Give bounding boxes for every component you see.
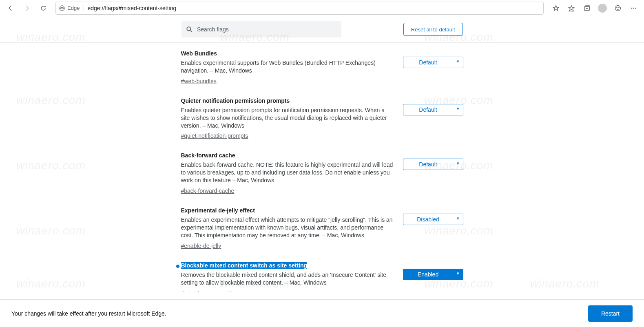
flag-description: Removes the blockable mixed content shie… <box>181 271 393 287</box>
search-icon <box>186 25 193 33</box>
flag-anchor-link[interactable]: #quiet-notification-prompts <box>181 133 248 139</box>
flag-text: Quieter notification permission promptsE… <box>181 97 393 139</box>
flag-item: Blockable mixed content switch as site s… <box>181 259 463 292</box>
search-flags-box[interactable] <box>181 21 341 38</box>
flag-anchor-link[interactable]: #web-bundles <box>181 78 217 84</box>
flags-list: Web BundlesEnables experimental supports… <box>0 43 644 292</box>
smiley-feedback-icon[interactable] <box>611 2 625 15</box>
flag-select[interactable]: Enabled <box>403 269 463 280</box>
flag-title: Web Bundles <box>181 50 217 57</box>
flag-select-wrap: Default <box>403 97 463 122</box>
svg-point-4 <box>617 7 617 7</box>
flag-title: Quieter notification permission prompts <box>181 97 290 104</box>
more-menu-icon[interactable] <box>626 2 641 15</box>
flag-select[interactable]: Default <box>403 159 463 170</box>
svg-point-6 <box>631 7 632 9</box>
flag-text: Web BundlesEnables experimental supports… <box>181 50 393 84</box>
flag-select-wrap: Default <box>403 50 463 75</box>
flag-item: Quieter notification permission promptsE… <box>181 94 463 149</box>
flag-text: Blockable mixed content switch as site s… <box>181 262 393 292</box>
flag-title: Experimental de-jelly effect <box>181 207 255 214</box>
flag-text: Experimental de-jelly effectEnables an e… <box>181 207 393 249</box>
flag-select-wrap: Disabled <box>403 207 463 232</box>
svg-point-8 <box>635 7 636 9</box>
flag-select[interactable]: Default <box>403 57 463 68</box>
address-bar[interactable]: Edge edge://flags/#mixed-content-setting <box>55 2 544 15</box>
flag-item: Experimental de-jelly effectEnables an e… <box>181 204 463 259</box>
svg-line-10 <box>190 31 192 32</box>
url-text: edge://flags/#mixed-content-setting <box>87 5 176 11</box>
site-identity-label: Edge <box>67 5 80 11</box>
svg-point-7 <box>633 7 634 9</box>
flag-item: Web BundlesEnables experimental supports… <box>181 47 463 94</box>
flag-select-wrap: Enabled <box>403 262 463 287</box>
site-identity: Edge <box>59 5 84 11</box>
flag-anchor-link[interactable]: #mixed-content-setting <box>181 290 239 292</box>
back-button[interactable] <box>3 2 18 15</box>
toolbar-right <box>549 2 641 15</box>
flag-title: Blockable mixed content switch as site s… <box>181 262 308 269</box>
svg-point-3 <box>615 5 621 11</box>
browser-toolbar: Edge edge://flags/#mixed-content-setting <box>0 0 644 16</box>
flag-text: Back-forward cacheEnables back-forward c… <box>181 152 393 194</box>
flag-anchor-link[interactable]: #enable-de-jelly <box>181 243 221 249</box>
flag-description: Enables back-forward cache. NOTE: this f… <box>181 161 393 184</box>
svg-point-5 <box>619 7 619 7</box>
flag-description: Enables quieter permission prompts for n… <box>181 106 393 130</box>
flag-select[interactable]: Default <box>403 104 463 115</box>
svg-point-9 <box>187 27 190 31</box>
flag-item: Back-forward cacheEnables back-forward c… <box>181 149 463 204</box>
flag-select[interactable]: Disabled <box>403 214 463 225</box>
flag-anchor-link[interactable]: #back-forward-cache <box>181 188 235 194</box>
flag-select-wrap: Default <box>403 152 463 177</box>
profile-avatar[interactable] <box>595 2 610 15</box>
edge-icon <box>59 5 65 11</box>
flag-description: Enables an experimental effect which att… <box>181 216 393 239</box>
flag-title: Back-forward cache <box>181 152 235 159</box>
search-input[interactable] <box>197 26 337 33</box>
forward-button[interactable] <box>20 2 34 15</box>
refresh-button[interactable] <box>36 2 51 15</box>
favorite-star-icon[interactable] <box>549 2 563 15</box>
flags-header: Reset all to default <box>0 16 644 43</box>
reset-all-button[interactable]: Reset all to default <box>403 23 463 36</box>
favorites-icon[interactable] <box>564 2 579 15</box>
modified-dot-icon <box>176 265 179 268</box>
flag-description: Enables experimental supports for Web Bu… <box>181 59 393 75</box>
collections-icon[interactable] <box>580 2 594 15</box>
